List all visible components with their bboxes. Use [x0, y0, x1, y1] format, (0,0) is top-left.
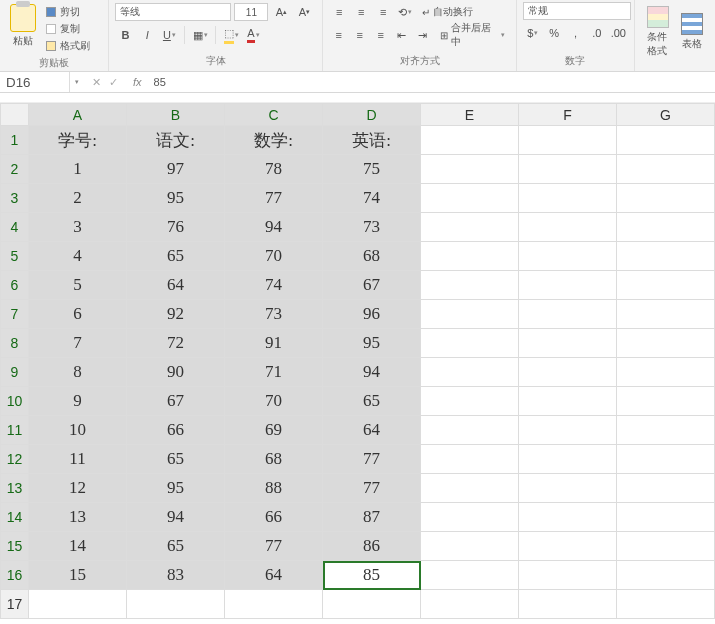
cell-D14[interactable]: 87: [323, 503, 421, 532]
cell-C12[interactable]: 68: [225, 445, 323, 474]
cell-F6[interactable]: [519, 271, 617, 300]
cell-B16[interactable]: 83: [127, 561, 225, 590]
fill-color-button[interactable]: ⬚▾: [221, 25, 241, 45]
cell-E12[interactable]: [421, 445, 519, 474]
cell-F7[interactable]: [519, 300, 617, 329]
underline-button[interactable]: U▾: [159, 25, 179, 45]
cell-E5[interactable]: [421, 242, 519, 271]
cell-A14[interactable]: 13: [29, 503, 127, 532]
cell-E15[interactable]: [421, 532, 519, 561]
cell-F13[interactable]: [519, 474, 617, 503]
bold-button[interactable]: B: [115, 25, 135, 45]
copy-button[interactable]: 复制: [44, 21, 92, 37]
name-box-dropdown[interactable]: ▾: [71, 78, 83, 86]
row-header-16[interactable]: 16: [1, 561, 29, 590]
accept-formula-button[interactable]: ✓: [106, 76, 121, 89]
cell-E10[interactable]: [421, 387, 519, 416]
cell-F2[interactable]: [519, 155, 617, 184]
cell-B13[interactable]: 95: [127, 474, 225, 503]
cell-G15[interactable]: [617, 532, 715, 561]
column-header-E[interactable]: E: [421, 104, 519, 126]
row-header-7[interactable]: 7: [1, 300, 29, 329]
cell-D8[interactable]: 95: [323, 329, 421, 358]
cell-G4[interactable]: [617, 213, 715, 242]
cell-C13[interactable]: 88: [225, 474, 323, 503]
font-color-button[interactable]: A▾: [243, 25, 263, 45]
cell-B12[interactable]: 65: [127, 445, 225, 474]
cell-F3[interactable]: [519, 184, 617, 213]
cell-A1[interactable]: 学号:: [29, 126, 127, 155]
cell-E3[interactable]: [421, 184, 519, 213]
italic-button[interactable]: I: [137, 25, 157, 45]
cell-D4[interactable]: 73: [323, 213, 421, 242]
cell-A5[interactable]: 4: [29, 242, 127, 271]
cell-C14[interactable]: 66: [225, 503, 323, 532]
row-header-1[interactable]: 1: [1, 126, 29, 155]
align-right-button[interactable]: ≡: [371, 25, 390, 45]
row-header-11[interactable]: 11: [1, 416, 29, 445]
cell-F11[interactable]: [519, 416, 617, 445]
cell-E16[interactable]: [421, 561, 519, 590]
cell-D15[interactable]: 86: [323, 532, 421, 561]
font-size-select[interactable]: [234, 3, 268, 21]
comma-format-button[interactable]: ,: [566, 23, 585, 43]
cell-B5[interactable]: 65: [127, 242, 225, 271]
percent-format-button[interactable]: %: [544, 23, 563, 43]
cell-C6[interactable]: 74: [225, 271, 323, 300]
cell-D5[interactable]: 68: [323, 242, 421, 271]
cell-D3[interactable]: 74: [323, 184, 421, 213]
merge-center-button[interactable]: ⊞ 合并后居中 ▾: [435, 25, 510, 45]
cell-G3[interactable]: [617, 184, 715, 213]
increase-indent-button[interactable]: ⇥: [413, 25, 432, 45]
conditional-formatting-button[interactable]: 条件格式: [641, 2, 675, 62]
cell-E8[interactable]: [421, 329, 519, 358]
cell-B2[interactable]: 97: [127, 155, 225, 184]
cell-G7[interactable]: [617, 300, 715, 329]
cell-G9[interactable]: [617, 358, 715, 387]
cell-F4[interactable]: [519, 213, 617, 242]
decrease-font-button[interactable]: A▾: [294, 2, 314, 22]
row-header-14[interactable]: 14: [1, 503, 29, 532]
cell-G13[interactable]: [617, 474, 715, 503]
cell-B8[interactable]: 72: [127, 329, 225, 358]
row-header-8[interactable]: 8: [1, 329, 29, 358]
cell-B17[interactable]: [127, 590, 225, 619]
cell-C1[interactable]: 数学:: [225, 126, 323, 155]
cell-E4[interactable]: [421, 213, 519, 242]
align-center-button[interactable]: ≡: [350, 25, 369, 45]
cell-C7[interactable]: 73: [225, 300, 323, 329]
cell-A12[interactable]: 11: [29, 445, 127, 474]
cell-G8[interactable]: [617, 329, 715, 358]
cell-B15[interactable]: 65: [127, 532, 225, 561]
row-header-12[interactable]: 12: [1, 445, 29, 474]
column-header-D[interactable]: D: [323, 104, 421, 126]
select-all-corner[interactable]: [1, 104, 29, 126]
cell-A10[interactable]: 9: [29, 387, 127, 416]
cell-B9[interactable]: 90: [127, 358, 225, 387]
paste-button[interactable]: 粘贴: [6, 2, 40, 54]
orientation-button[interactable]: ⟲▾: [395, 2, 415, 22]
increase-font-button[interactable]: A▴: [271, 2, 291, 22]
cell-E14[interactable]: [421, 503, 519, 532]
cell-B10[interactable]: 67: [127, 387, 225, 416]
cell-A15[interactable]: 14: [29, 532, 127, 561]
cell-F17[interactable]: [519, 590, 617, 619]
cell-G6[interactable]: [617, 271, 715, 300]
cell-G17[interactable]: [617, 590, 715, 619]
cell-A7[interactable]: 6: [29, 300, 127, 329]
row-header-13[interactable]: 13: [1, 474, 29, 503]
spreadsheet-grid[interactable]: ABCDEFG1学号:语文:数学:英语:21977875329577744376…: [0, 103, 715, 619]
cell-D7[interactable]: 96: [323, 300, 421, 329]
cell-D10[interactable]: 65: [323, 387, 421, 416]
number-format-select[interactable]: [523, 2, 631, 20]
row-header-10[interactable]: 10: [1, 387, 29, 416]
cell-C4[interactable]: 94: [225, 213, 323, 242]
cell-A2[interactable]: 1: [29, 155, 127, 184]
cell-A8[interactable]: 7: [29, 329, 127, 358]
cell-A11[interactable]: 10: [29, 416, 127, 445]
cell-G5[interactable]: [617, 242, 715, 271]
cell-C16[interactable]: 64: [225, 561, 323, 590]
cell-F5[interactable]: [519, 242, 617, 271]
row-header-15[interactable]: 15: [1, 532, 29, 561]
cell-A4[interactable]: 3: [29, 213, 127, 242]
